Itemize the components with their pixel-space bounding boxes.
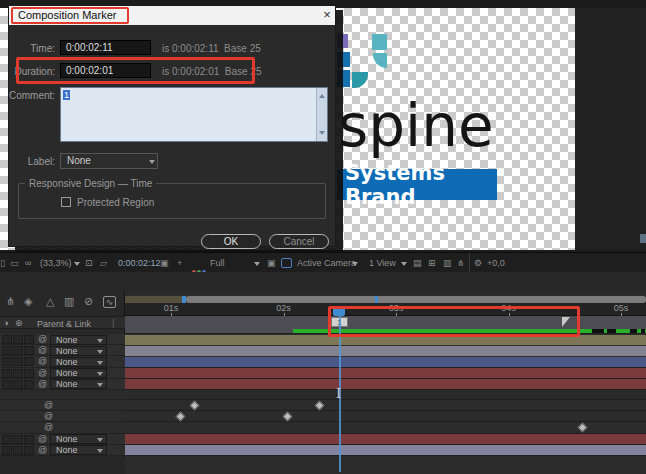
layer-switch-cell[interactable] [2,335,12,344]
layer-row-track[interactable] [125,334,646,345]
keyframe-diamond[interactable] [315,400,325,410]
layer-row-controls[interactable]: @None [0,356,125,367]
layer-switch-cell[interactable] [13,446,23,455]
layer-row-controls[interactable]: @None [0,368,125,379]
comment-scrollbar[interactable] [316,88,327,141]
layer-switch-cell[interactable] [13,357,23,366]
monitor-icon[interactable]: ▭ [10,253,19,273]
property-pickwhip-icon[interactable]: @ [44,422,53,433]
layer-row-track[interactable] [125,445,646,456]
layer-duration-bar[interactable] [125,368,646,378]
layer-duration-bar[interactable] [125,445,646,455]
flowchart-icon[interactable]: ⋔ [457,253,465,273]
layer-switch-cell[interactable] [2,369,12,378]
pickwhip-icon[interactable]: @ [38,356,47,367]
layer-duration-bar[interactable] [125,379,646,389]
layer-switch-cell[interactable] [24,369,34,378]
keyframe-diamond[interactable] [190,400,200,410]
layer-row-controls[interactable]: @ [0,411,125,422]
marker-duration-end-flag[interactable] [562,317,570,327]
exposure-gear-icon[interactable]: ⚙ [474,253,482,273]
layer-duration-bar[interactable] [125,335,646,345]
layer-switch-cell[interactable] [13,435,23,444]
camera-view-dropdown[interactable]: Active Camera [297,253,356,273]
layer-row-controls[interactable]: @None [0,379,125,390]
parent-dropdown[interactable]: None [50,368,107,378]
layer-row-controls[interactable]: @None [0,334,125,345]
panel-resize-handle[interactable] [640,234,646,243]
graph-editor-icon[interactable]: ∿ [103,296,116,308]
layer-row-controls[interactable]: @ [0,400,125,411]
layer-switch-cell[interactable] [24,346,34,355]
layer-row-track[interactable] [125,400,646,411]
layer-row-track[interactable] [125,379,646,390]
label-dropdown[interactable]: None [60,153,158,169]
layer-duration-bar[interactable] [125,346,646,356]
time-navigator[interactable] [125,296,646,303]
zoom-level[interactable]: (33,3%) [40,253,72,273]
composite-toggle-icon[interactable]: ◑ [3,318,8,328]
keyframe-diamond[interactable] [176,412,186,422]
layer-switch-cell[interactable] [24,335,34,344]
layer-switch-cell[interactable] [2,346,12,355]
column-divider[interactable]: | [112,318,114,328]
layer-row-track[interactable] [125,368,646,379]
parent-dropdown[interactable]: None [50,434,107,444]
scroll-up-icon[interactable] [319,91,325,98]
layer-switch-cell[interactable] [24,357,34,366]
region-icon[interactable]: ▣ [267,253,276,273]
layer-row-track[interactable] [125,411,646,422]
comment-textarea[interactable]: 1 [60,87,328,142]
spacer-row[interactable] [125,390,646,400]
exposure-value[interactable]: +0,0 [487,253,505,273]
pickwhip-icon[interactable]: @ [38,345,47,356]
layer-switch-cell[interactable] [13,369,23,378]
3d-gizmo-icon[interactable]: + [177,253,182,273]
motion-blur-icon[interactable]: ▥ [64,295,74,308]
cancel-button[interactable]: Cancel [269,234,329,249]
time-input[interactable]: 0:00:02:11 [60,40,151,55]
layer-switch-cell[interactable] [2,380,12,389]
time-ruler[interactable]: 01s02s03s04s05s [125,303,646,316]
layer-row-controls[interactable]: @ [0,422,125,433]
ok-button[interactable]: OK [201,234,261,249]
scroll-down-icon[interactable] [319,131,325,138]
navigator-thumb[interactable] [186,296,646,303]
pickwhip-icon[interactable]: @ [38,379,47,390]
parent-dropdown[interactable]: None [50,357,107,367]
snapshot-camera-icon[interactable]: ▣ [160,253,169,273]
region-of-interest-icon[interactable]: ⊡ [85,253,93,273]
spacer-row[interactable] [0,390,125,400]
layer-duration-bar[interactable] [125,357,646,367]
playhead-handle[interactable] [333,307,345,316]
parent-dropdown[interactable]: None [50,335,107,345]
layer-switch-cell[interactable] [13,346,23,355]
brainstorm-icon[interactable]: ⊘ [84,295,93,308]
layer-switch-cell[interactable] [24,435,34,444]
transparency-grid-icon[interactable]: ▱ [100,253,107,273]
layer-row-track[interactable] [125,434,646,445]
guides-icon[interactable] [281,258,292,268]
navigator-marker[interactable] [375,296,378,303]
layer-row-controls[interactable]: @None [0,445,125,456]
3d-glasses-icon[interactable]: ∞ [25,253,31,273]
clipped-icon[interactable]: ▯ [0,253,5,273]
protected-region-checkbox[interactable] [61,197,71,207]
marker-duration-bar[interactable] [293,329,646,333]
duration-input[interactable]: 0:00:02:01 [60,63,151,78]
dialog-titlebar[interactable]: Composition Marker × [9,6,335,25]
layer-switch-cell[interactable] [24,380,34,389]
layer-row-controls[interactable]: @None [0,345,125,356]
layer-row-track[interactable] [125,422,646,433]
timeline-button-icon[interactable]: ▤ [413,253,422,273]
mini-flowchart-icon[interactable]: ⋔ [6,295,15,308]
property-pickwhip-icon[interactable]: @ [44,411,53,422]
histogram-icon[interactable]: ▥ [443,253,452,273]
layer-switch-cell[interactable] [13,380,23,389]
layer-row-track[interactable] [125,345,646,356]
layer-switch-cell[interactable] [24,446,34,455]
draft-3d-icon[interactable]: ◈ [24,295,32,308]
current-time-display[interactable]: 0:00:02:12 [118,253,161,273]
layer-row-controls[interactable]: @None [0,434,125,445]
pixel-aspect-icon[interactable]: ⊞ [428,253,436,273]
